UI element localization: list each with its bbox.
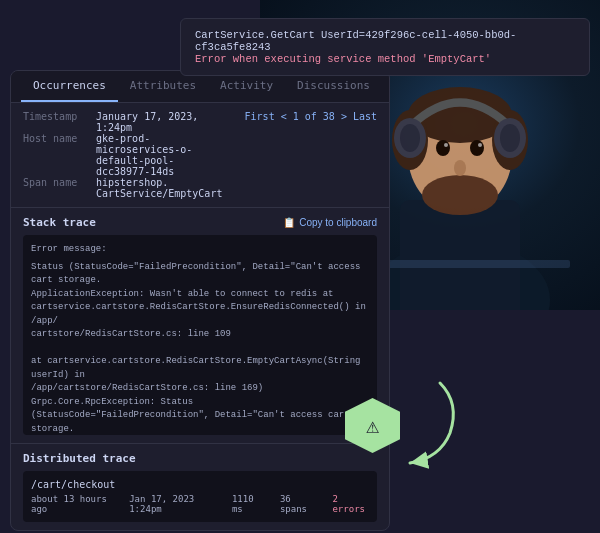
distributed-trace-title: Distributed trace bbox=[23, 452, 377, 465]
error-message-label: Error message: bbox=[31, 243, 369, 257]
hostname-row: Host name gke-prod-microservices-o-defau… bbox=[23, 133, 222, 177]
svg-point-12 bbox=[454, 160, 466, 176]
stack-line-4: cartstore/RedisCartStore.cs: line 109 bbox=[31, 328, 369, 342]
distributed-trace-section: Distributed trace /cart/checkout about 1… bbox=[11, 443, 389, 530]
svg-point-10 bbox=[444, 143, 448, 147]
trace-path: /cart/checkout bbox=[31, 479, 369, 490]
stack-line-5: at cartservice.cartstore.RedisCartStore.… bbox=[31, 355, 369, 382]
stack-line-7: (StatusCode="FailedPrecondition", Detail… bbox=[31, 409, 369, 435]
navigation-control[interactable]: First < 1 of 38 > Last bbox=[226, 111, 377, 122]
stack-line-2: ApplicationException: Wasn't able to con… bbox=[31, 288, 369, 302]
method-name: CartService.GetCart UserId=429f296c-cell… bbox=[195, 29, 575, 53]
svg-point-8 bbox=[436, 140, 450, 156]
svg-point-16 bbox=[500, 124, 520, 152]
svg-point-11 bbox=[478, 143, 482, 147]
svg-rect-1 bbox=[400, 200, 520, 310]
stack-line-6: /app/cartstore/RedisCartStore.cs: line 1… bbox=[31, 382, 369, 409]
copy-label: Copy to clipboard bbox=[299, 217, 377, 228]
stack-line-1: Status (StatusCode="FailedPrecondition",… bbox=[31, 261, 369, 288]
stack-trace-header: Stack trace 📋 Copy to clipboard bbox=[23, 216, 377, 229]
timestamp-row: Timestamp January 17, 2023, 1:24pm bbox=[23, 111, 222, 133]
stack-line-3: cartservice.cartstore.RedisCartStore.Ens… bbox=[31, 301, 369, 328]
hostname-label: Host name bbox=[23, 133, 88, 177]
main-panel: Occurrences Attributes Activity Discussi… bbox=[10, 70, 390, 531]
trace-duration: 1110 ms bbox=[232, 494, 264, 514]
span-label: Span name bbox=[23, 177, 88, 199]
trace-spans: 36 spans bbox=[280, 494, 317, 514]
trace-errors: 2 errors bbox=[332, 494, 369, 514]
stack-trace-section: Stack trace 📋 Copy to clipboard Error me… bbox=[11, 208, 389, 443]
trace-timestamp: Jan 17, 2023 1:24pm bbox=[129, 494, 216, 514]
trace-time-ago: about 13 hours ago bbox=[31, 494, 113, 514]
hostname-value: gke-prod-microservices-o-default-pool-dc… bbox=[96, 133, 222, 177]
meta-section: Timestamp January 17, 2023, 1:24pm Host … bbox=[11, 103, 389, 208]
clipboard-icon: 📋 bbox=[283, 217, 295, 228]
timestamp-label: Timestamp bbox=[23, 111, 88, 133]
trace-meta: about 13 hours ago Jan 17, 2023 1:24pm 1… bbox=[31, 494, 369, 514]
svg-point-7 bbox=[422, 175, 498, 215]
timestamp-value: January 17, 2023, 1:24pm bbox=[96, 111, 222, 133]
warning-icon: ⚠ bbox=[366, 413, 379, 438]
span-row: Span name hipstershop. CartService/Empty… bbox=[23, 177, 222, 199]
copy-to-clipboard-button[interactable]: 📋 Copy to clipboard bbox=[283, 217, 377, 228]
svg-point-14 bbox=[400, 124, 420, 152]
tab-occurrences[interactable]: Occurrences bbox=[21, 71, 118, 102]
error-banner: CartService.GetCart UserId=429f296c-cell… bbox=[180, 18, 590, 76]
error-text: Error when executing service method 'Emp… bbox=[195, 53, 575, 65]
stack-trace-title: Stack trace bbox=[23, 216, 96, 229]
span-value: hipstershop. CartService/EmptyCart bbox=[96, 177, 222, 199]
trace-row[interactable]: /cart/checkout about 13 hours ago Jan 17… bbox=[23, 471, 377, 522]
svg-point-9 bbox=[470, 140, 484, 156]
stack-trace-content: Error message: Status (StatusCode="Faile… bbox=[23, 235, 377, 435]
